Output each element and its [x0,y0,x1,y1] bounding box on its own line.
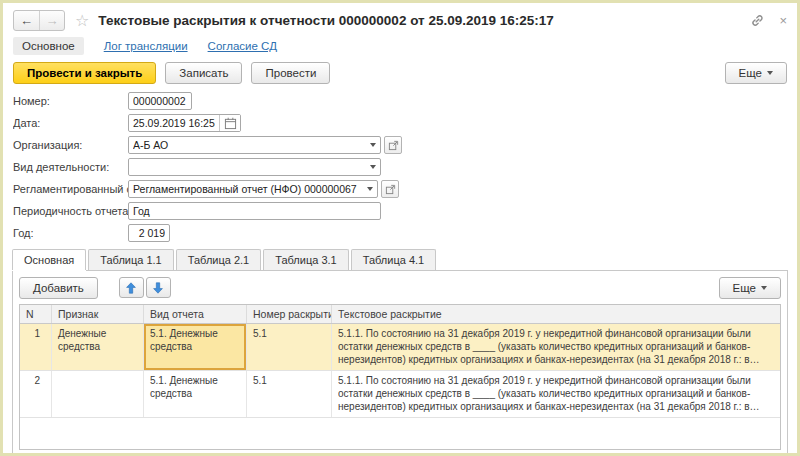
col-header-disclosure-number[interactable]: Номер раскрытия [247,305,332,323]
date-input[interactable] [129,115,219,131]
nav-item-consent[interactable]: Согласие СД [208,40,277,52]
add-row-button[interactable]: Добавить [19,277,98,299]
nav-item-translation-log[interactable]: Лог трансляции [104,40,188,52]
field-row-number: Номер: [13,90,787,112]
activity-label: Вид деятельности: [13,161,128,173]
page-tabs: Основная Таблица 1.1 Таблица 2.1 Таблица… [12,249,797,270]
tab-table-4-1[interactable]: Таблица 4.1 [351,249,436,270]
number-input[interactable] [128,92,192,110]
command-bar: Провести и закрыть Записать Провести Еще [3,57,797,88]
window-header: ← → ☆ Текстовые раскрытия к отчетности 0… [3,3,797,33]
field-row-organization: Организация: [13,134,787,156]
cell-disclosure-text[interactable]: 5.1.1. По состоянию на 31 декабря 2019 г… [332,371,780,417]
disclosures-table: N Признак Вид отчета Номер раскрытия Тек… [19,304,781,450]
col-header-n[interactable]: N [20,305,52,323]
post-and-close-button[interactable]: Провести и закрыть [13,62,156,84]
col-header-disclosure-text[interactable]: Текстовое раскрытие [332,305,780,323]
list-more-button[interactable]: Еще [719,277,781,299]
date-label: Дата: [13,117,128,129]
activity-dropdown-icon[interactable] [365,159,380,175]
tab-table-3-1[interactable]: Таблица 3.1 [263,249,348,270]
report-input[interactable] [129,181,362,197]
report-field [128,180,378,198]
number-label: Номер: [13,95,128,107]
field-row-date: Дата: [13,112,787,134]
document-window: ← → ☆ Текстовые раскрытия к отчетности 0… [0,0,800,456]
date-field [128,114,241,132]
tab-page-main: Добавить Еще N Признак Вид отчета Номер … [12,270,788,455]
field-row-year: Год: [13,222,787,244]
favorite-star-icon[interactable]: ☆ [75,11,89,30]
write-button[interactable]: Записать [165,62,242,84]
cell-disclosure-number[interactable]: 5.1 [247,324,332,370]
navigation-bar: Основное Лог трансляции Согласие СД [3,33,797,57]
page-title: Текстовые раскрытия к отчетности 0000000… [98,13,553,28]
cell-disclosure-number[interactable]: 5.1 [247,371,332,417]
header-actions: × [750,13,787,28]
cell-report-kind[interactable]: 5.1. Денежные средства [144,371,247,417]
tab-table-2-1[interactable]: Таблица 2.1 [176,249,261,270]
chevron-down-icon [761,286,767,290]
table-row[interactable]: 1 Денежные средства 5.1. Денежные средст… [20,324,780,371]
col-header-attribute[interactable]: Признак [52,305,144,323]
forward-icon[interactable]: → [39,11,64,30]
more-button[interactable]: Еще [725,62,787,84]
move-up-icon[interactable] [119,277,144,298]
back-icon[interactable]: ← [14,11,39,30]
post-button[interactable]: Провести [251,62,330,84]
organization-field [128,136,381,154]
periodicity-label: Периодичность отчета: [13,205,128,217]
organization-dropdown-icon[interactable] [365,137,380,153]
close-icon[interactable]: × [779,13,787,28]
year-input[interactable] [128,224,170,242]
more-button-label: Еще [739,67,762,79]
organization-input[interactable] [129,137,365,153]
table-row[interactable]: 2 5.1. Денежные средства 5.1 5.1.1. По с… [20,371,780,418]
periodicity-input[interactable] [128,202,381,220]
list-more-label: Еще [733,282,756,294]
report-dropdown-icon[interactable] [362,181,377,197]
cell-attribute[interactable] [52,371,144,417]
tab-table-1-1[interactable]: Таблица 1.1 [88,249,173,270]
list-toolbar: Добавить Еще [19,276,781,299]
get-link-icon[interactable] [750,13,765,28]
report-open-icon[interactable] [381,180,399,198]
field-row-report: Регламентированный отчет: [13,178,787,200]
tab-main[interactable]: Основная [12,249,86,270]
move-down-icon[interactable] [146,277,171,298]
organization-label: Организация: [13,139,128,151]
calendar-icon[interactable] [219,115,240,131]
report-label: Регламентированный отчет: [13,183,128,195]
cell-n[interactable]: 1 [20,324,52,370]
activity-field [128,158,381,176]
nav-item-main[interactable]: Основное [13,37,84,55]
activity-input[interactable] [129,159,365,175]
organization-open-icon[interactable] [384,136,402,154]
move-buttons [119,277,171,298]
document-form: Номер: Дата: Организация: Вид деяте [3,88,797,244]
history-nav-group: ← → [13,10,65,31]
cell-disclosure-text[interactable]: 5.1.1. По состоянию на 31 декабря 2019 г… [332,324,780,370]
table-header-row: N Признак Вид отчета Номер раскрытия Тек… [20,305,780,324]
chevron-down-icon [767,71,773,75]
year-label: Год: [13,227,128,239]
field-row-periodicity: Периодичность отчета: [13,200,787,222]
cell-attribute[interactable]: Денежные средства [52,324,144,370]
col-header-report-kind[interactable]: Вид отчета [144,305,247,323]
field-row-activity: Вид деятельности: [13,156,787,178]
cell-n[interactable]: 2 [20,371,52,417]
cell-report-kind-active[interactable]: 5.1. Денежные средства [144,324,247,370]
